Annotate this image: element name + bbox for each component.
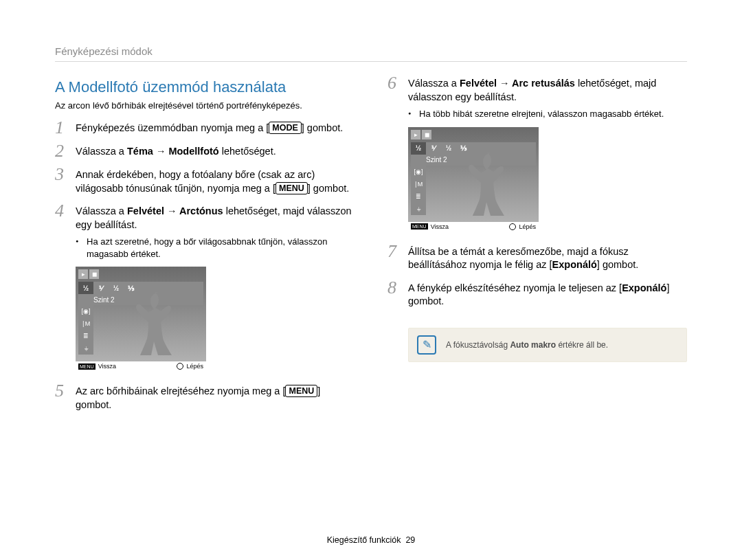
side-icon-bars: ≣ (411, 190, 426, 203)
step-number: 1 (55, 120, 71, 135)
back-label: Vissza (431, 223, 449, 230)
preview-side-icons: [◉] ∣M ≣ ⏚ (411, 166, 426, 215)
preview-level-label: Szint 2 (426, 156, 447, 164)
bold-text: Felvétel → Arc retusálás (460, 78, 575, 89)
bold-text: Exponáló (552, 259, 597, 270)
text: Válassza a (408, 78, 460, 89)
step-number: 6 (387, 76, 404, 104)
toolbar-level-0-icon: ½ (78, 282, 93, 294)
footer-label: Kiegészítő funkciók (327, 535, 401, 545)
step-label: Lépés (186, 363, 203, 370)
preview-back: MENU Vissza (78, 363, 116, 370)
nav-icon (177, 363, 183, 370)
back-label: Vissza (98, 363, 116, 370)
text: értékre áll be. (556, 340, 608, 350)
step-number: 8 (387, 280, 404, 295)
steps-right: 6 Válassza a Felvétel → Arc retusálás le… (387, 76, 687, 309)
step-4-sub: Ha azt szeretné, hogy a bőr világosabbna… (76, 236, 355, 260)
menu-key-icon: MENU (411, 223, 428, 229)
side-icon-m: ∣M (78, 317, 93, 330)
step-number: 5 (55, 383, 71, 399)
text: ] gombot. (597, 259, 638, 270)
step-5: 5 Az arc bőrhibáinak elrejtéséhez nyomja… (55, 383, 355, 412)
bold-text: Exponáló (622, 282, 666, 293)
toolbar-level-2-icon: ½ (441, 142, 456, 155)
step-number: 3 (55, 167, 71, 182)
info-note: ✎ A fókusztávolság Auto makro értékre ál… (408, 328, 687, 362)
side-icon-focus: [◉] (78, 305, 93, 317)
note-text: A fókusztávolság Auto makro értékre áll … (446, 340, 608, 350)
section-subtitle: Az arcon lévő bőrhibák elrejtésével tört… (55, 100, 355, 111)
preview-bottom-bar: MENU Vissza Lépés (408, 222, 539, 232)
step-text: Állítsa be a témát a keresőmezőbe, majd … (408, 244, 687, 272)
side-icon-mic: ⏚ (411, 203, 426, 215)
text: Válassza a (76, 146, 127, 157)
menu-keycap: MENU (276, 182, 308, 194)
step-number: 4 (55, 203, 71, 232)
step-number: 7 (387, 244, 404, 259)
text: A fénykép elkészítéséhez nyomja le telje… (408, 282, 622, 293)
step-7: 7 Állítsa be a témát a keresőmezőbe, maj… (387, 244, 687, 272)
toolbar-level-2-icon: ½ (109, 282, 124, 294)
header-breadcrumb: Fényképezési módok (55, 45, 687, 62)
footer-page-number: 29 (405, 535, 415, 545)
side-icon-mic: ⏚ (78, 342, 93, 355)
text: Fényképezés üzemmódban nyomja meg a [ (76, 122, 269, 133)
page-footer: Kiegészítő funkciók 29 (0, 535, 742, 545)
step-text: Annak érdekében, hogy a fotóalany bőre (… (76, 167, 355, 195)
step-text: Válassza a Felvétel → Arctónus lehetőség… (76, 203, 355, 232)
step-text: Az arc bőrhibáinak elrejtéséhez nyomja m… (76, 383, 355, 412)
text: Az arc bőrhibáinak elrejtéséhez nyomja m… (76, 385, 285, 396)
preview-status-icon: ◼ (422, 130, 431, 139)
pencil-note-icon: ✎ (417, 335, 436, 355)
page: Fényképezési módok A Modellfotó üzemmód … (0, 0, 742, 420)
side-icon-bars: ≣ (78, 330, 93, 342)
section-title: A Modellfotó üzemmód használata (55, 78, 355, 96)
preview-bottom-bar: MENU Vissza Lépés (76, 361, 206, 371)
preview-back: MENU Vissza (411, 223, 449, 230)
step-text: A fénykép elkészítéséhez nyomja le telje… (408, 280, 687, 309)
step-label: Lépés (519, 223, 536, 230)
step-number: 2 (55, 144, 71, 159)
toolbar-level-1-icon: ⅟ (93, 282, 109, 294)
step-4: 4 Válassza a Felvétel → Arctónus lehetős… (55, 203, 355, 375)
step-6-sub: Ha több hibát szeretne elrejteni, válass… (408, 108, 664, 120)
preview-top-icons: ▸ ◼ (78, 269, 99, 279)
preview-status-icon: ◼ (89, 269, 99, 279)
text: ] gombot. (308, 183, 349, 194)
preview-mode-icon: ▸ (78, 269, 88, 279)
side-icon-m: ∣M (411, 178, 426, 190)
toolbar-level-0-icon: ½ (411, 142, 426, 155)
preview-mode-icon: ▸ (411, 130, 420, 139)
text: A fókusztávolság (446, 340, 510, 350)
preview-person-silhouette (456, 148, 511, 222)
text: ] gombot. (302, 122, 343, 133)
left-column: A Modellfotó üzemmód használata Az arcon… (55, 76, 355, 420)
side-icon-focus: [◉] (411, 166, 426, 178)
text: Válassza a (76, 205, 127, 216)
step-1: 1 Fényképezés üzemmódban nyomja meg a [M… (55, 120, 355, 135)
step-3: 3 Annak érdekében, hogy a fotóalany bőre… (55, 167, 355, 195)
camera-preview: ▸ ◼ ½ ⅟ ½ ⅓ Szint 2 [◉] (76, 267, 206, 371)
preview-side-icons: [◉] ∣M ≣ ⏚ (78, 305, 93, 355)
step-text: Fényképezés üzemmódban nyomja meg a [MOD… (76, 120, 355, 135)
step-text: Válassza a Téma → Modellfotó lehetőséget… (76, 144, 355, 159)
camera-preview-2: ▸ ◼ ½ ⅟ ½ ⅓ Szint 2 [◉] (408, 127, 539, 232)
preview-step: Lépés (177, 363, 203, 370)
mode-keycap: MODE (269, 122, 302, 134)
nav-icon (509, 223, 516, 230)
step-6: 6 Válassza a Felvétel → Arc retusálás le… (387, 76, 687, 236)
menu-key-icon: MENU (78, 363, 95, 370)
step-2: 2 Válassza a Téma → Modellfotó lehetőség… (55, 144, 355, 159)
right-column: 6 Válassza a Felvétel → Arc retusálás le… (387, 76, 687, 420)
bold-text: Felvétel → Arctónus (127, 205, 223, 216)
preview-step: Lépés (509, 223, 536, 230)
text: lehetőséget. (219, 146, 276, 157)
content-columns: A Modellfotó üzemmód használata Az arcon… (55, 76, 687, 420)
preview-top-icons: ▸ ◼ (411, 130, 431, 139)
preview-person-silhouette (124, 287, 179, 361)
toolbar-level-1-icon: ⅟ (426, 142, 441, 155)
step-8: 8 A fénykép elkészítéséhez nyomja le tel… (387, 280, 687, 309)
preview-level-label: Szint 2 (93, 296, 115, 304)
menu-keycap: MENU (285, 385, 317, 397)
